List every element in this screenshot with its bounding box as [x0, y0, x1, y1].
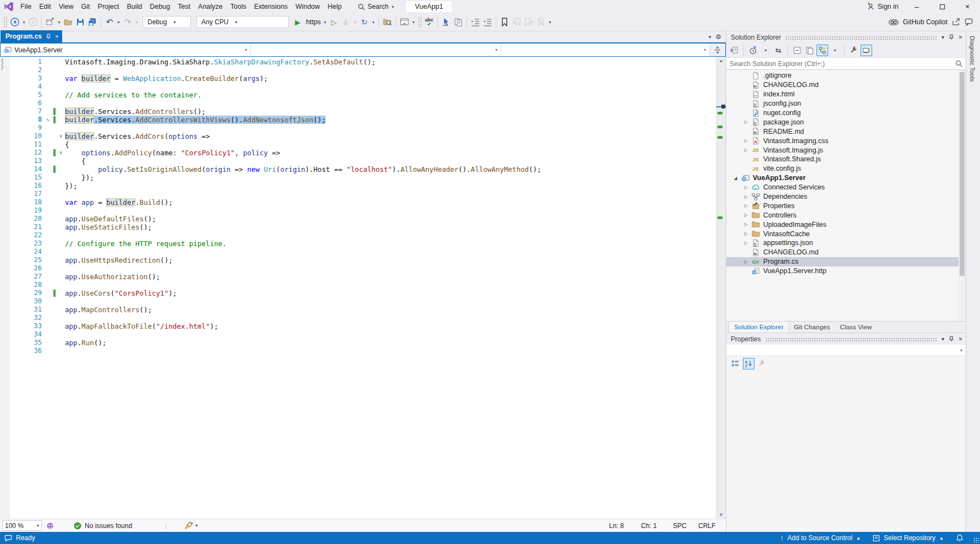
- browser-link-icon[interactable]: [398, 15, 410, 29]
- code-text[interactable]: app.UseCors("CorsPolicy1");: [65, 289, 177, 297]
- code-line[interactable]: 11{: [10, 140, 716, 149]
- restart-dropdown-caret-icon[interactable]: ▾: [370, 15, 376, 29]
- tree-item-index-html[interactable]: <>index.html: [726, 90, 959, 99]
- menu-help[interactable]: Help: [324, 1, 346, 13]
- collapse-all-icon[interactable]: [791, 45, 803, 56]
- browser-link-dropdown-caret-icon[interactable]: ▾: [410, 15, 417, 29]
- maximize-button[interactable]: [929, 0, 955, 13]
- switch-views-icon[interactable]: [729, 45, 740, 56]
- undo-icon[interactable]: ↶: [103, 15, 116, 29]
- tree-item-package-json[interactable]: ▷{}package.json: [726, 117, 959, 127]
- code-line[interactable]: 34: [10, 330, 716, 339]
- editor-vertical-scrollbar[interactable]: ▲ ▼: [716, 57, 726, 519]
- expander-collapsed-icon[interactable]: ▷: [741, 194, 751, 199]
- tree-item-readme-md[interactable]: M↓README.md: [726, 127, 959, 136]
- menu-window[interactable]: Window: [292, 1, 324, 13]
- scrollbar-thumb-marker[interactable]: [721, 105, 725, 108]
- code-line[interactable]: 26: [10, 264, 716, 273]
- expander-collapsed-icon[interactable]: ▷: [741, 119, 751, 124]
- start-debugging-icon[interactable]: ▶: [292, 15, 304, 29]
- tree-item-uploadedimagefiles[interactable]: ▷UploadedImageFiles: [726, 220, 959, 229]
- code-line[interactable]: 23// Configure the HTTP request pipeline…: [10, 240, 716, 248]
- expander-collapsed-icon[interactable]: ▷: [741, 213, 751, 217]
- outdent-lines-icon[interactable]: [481, 15, 494, 29]
- code-text[interactable]: Vintasoft.Imaging.Drawing.SkiaSharp.Skia…: [65, 58, 375, 66]
- run-profile-label[interactable]: https: [306, 18, 321, 26]
- sign-in-button[interactable]: Sign in: [861, 3, 904, 10]
- code-line[interactable]: 32: [10, 314, 716, 322]
- code-text[interactable]: });: [65, 182, 78, 190]
- toolbar-grip[interactable]: [3, 17, 8, 28]
- code-line[interactable]: 18var app = builder.Build();: [10, 198, 716, 206]
- expander-collapsed-icon[interactable]: ▷: [741, 203, 751, 208]
- code-line[interactable]: 16});: [10, 182, 716, 190]
- toolbar-overflow-caret-icon[interactable]: ▾: [547, 15, 553, 29]
- code-line[interactable]: 10∨builder.Services.AddCors(options =>: [10, 132, 716, 140]
- toolbar-grip[interactable]: [418, 17, 422, 28]
- properties-wrench-icon[interactable]: [848, 45, 859, 56]
- sync-with-active-document-icon[interactable]: [817, 45, 828, 56]
- sync-view-icon[interactable]: ⇆: [773, 45, 784, 56]
- expander-collapsed-icon[interactable]: ▷: [741, 259, 751, 264]
- scrollbar-thumb[interactable]: [960, 72, 965, 276]
- properties-header[interactable]: Properties ▾ ×: [726, 333, 966, 345]
- code-line[interactable]: 33app.MapFallbackToFile("/index.html");: [10, 322, 716, 330]
- spaces-indicator[interactable]: SPC: [673, 522, 698, 530]
- find-in-files-icon[interactable]: [381, 15, 393, 29]
- code-text[interactable]: app.MapControllers();: [65, 306, 152, 314]
- tree-item-nuget-config[interactable]: nuget.config: [726, 108, 959, 118]
- solution-explorer-search[interactable]: [726, 58, 966, 70]
- tree-item-dependencies[interactable]: ▷Dependencies: [726, 192, 959, 202]
- document-outline-icon[interactable]: {﻿ }: [0, 57, 9, 71]
- close-button[interactable]: ×: [955, 0, 980, 13]
- indent-lines-icon[interactable]: [469, 15, 481, 29]
- tree-item-vintasoft-imaging-js[interactable]: ▷JSVintasoft.Imaging.js: [726, 145, 959, 155]
- solution-explorer-scrollbar[interactable]: [959, 70, 966, 321]
- code-text[interactable]: {: [65, 157, 86, 165]
- menu-file[interactable]: File: [17, 1, 35, 13]
- document-health-icon[interactable]: [46, 522, 54, 530]
- code-line[interactable]: 3var builder = WebApplication.CreateBuil…: [10, 74, 716, 83]
- panel-menu-caret-icon[interactable]: ▾: [941, 34, 944, 40]
- pin-panel-icon[interactable]: [949, 34, 954, 40]
- start-debugging-dropdown-caret-icon[interactable]: ▾: [322, 15, 328, 29]
- expander-collapsed-icon[interactable]: ▷: [741, 148, 751, 153]
- tree-item--gitignore[interactable]: .gitignore: [726, 71, 959, 80]
- code-text[interactable]: builder.Services.AddCors(options =>: [65, 132, 210, 140]
- code-line[interactable]: 30: [10, 297, 716, 306]
- tree-item-vueapp1-server-http[interactable]: VueApp1.Server.http: [726, 266, 959, 276]
- tree-item-vintasoftcache[interactable]: ▷VintasoftCache: [726, 229, 959, 238]
- code-line[interactable]: 20app.UseDefaultFiles();: [10, 215, 716, 223]
- editor-options-gear-icon[interactable]: ⚙: [715, 33, 721, 41]
- code-line[interactable]: 17: [10, 190, 716, 198]
- scroll-down-icon[interactable]: ▼: [716, 512, 726, 518]
- code-cleanup-button[interactable]: | ▾: [165, 521, 198, 530]
- notifications-bell-icon[interactable]: [956, 534, 963, 542]
- code-line[interactable]: 21app.UseStaticFiles();: [10, 223, 716, 231]
- code-text[interactable]: options.AddPolicy(name: "CorsPolicy1", p…: [65, 149, 280, 157]
- code-editor[interactable]: {﻿ } 1Vintasoft.Imaging.Drawing.SkiaShar…: [0, 57, 726, 519]
- eol-indicator[interactable]: CRLF: [698, 522, 720, 530]
- code-line[interactable]: 13 {: [10, 157, 716, 165]
- save-all-icon[interactable]: [86, 15, 98, 29]
- tree-item-vueapp1-server[interactable]: ◢VueApp1.Server: [726, 173, 959, 183]
- show-all-files-icon[interactable]: [804, 45, 815, 56]
- minimize-button[interactable]: –: [904, 0, 929, 13]
- solution-explorer-header[interactable]: Solution Explorer ▾ ×: [726, 31, 966, 43]
- github-copilot-group[interactable]: GitHub Copilot: [889, 18, 980, 26]
- code-line[interactable]: 7builder.Services.AddControllers();: [10, 107, 716, 116]
- menu-project[interactable]: Project: [94, 1, 123, 13]
- solution-platforms-combo[interactable]: Any CPU▾: [196, 16, 289, 28]
- code-text[interactable]: app.MapFallbackToFile("/index.html");: [65, 322, 218, 330]
- expander-collapsed-icon[interactable]: ▷: [741, 222, 751, 227]
- menu-edit[interactable]: Edit: [35, 1, 55, 13]
- code-line[interactable]: 5// Add services to the container.: [10, 91, 716, 99]
- code-text[interactable]: builder.Services.AddControllersWithViews…: [65, 116, 326, 124]
- code-line[interactable]: 6: [10, 99, 716, 107]
- member-dropdown[interactable]: ▾: [501, 43, 710, 56]
- close-panel-icon[interactable]: ×: [959, 34, 962, 41]
- expander-collapsed-icon[interactable]: ▷: [741, 138, 751, 143]
- tree-item-changelog-md[interactable]: M↓CHANGELOG.md: [726, 248, 959, 257]
- split-editor-handle[interactable]: [710, 43, 725, 56]
- add-to-source-control-button[interactable]: ↑ Add to Source Control ▲: [780, 534, 861, 542]
